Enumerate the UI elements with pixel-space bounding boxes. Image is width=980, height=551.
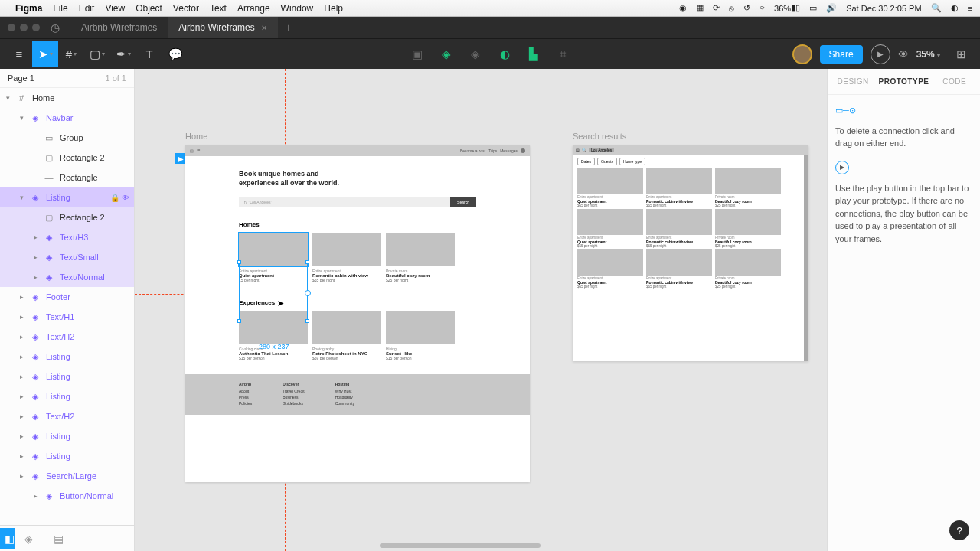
menu-arrange[interactable]: Arrange <box>237 3 270 14</box>
layer-row[interactable]: ▸◈Text/H3 <box>0 227 134 247</box>
user-avatar[interactable] <box>792 44 812 64</box>
section-heading-homes: Homes <box>239 221 476 228</box>
result-card: Entire apartmentQuiet apartment$65 per n… <box>577 168 643 207</box>
layers-tab-icon[interactable]: ◧ <box>0 528 15 549</box>
layer-row[interactable]: ▸◈Text/Small <box>0 247 134 267</box>
view-settings-icon[interactable]: 👁 <box>898 48 909 60</box>
play-icon: ▶ <box>835 161 849 174</box>
status-icon[interactable]: ⎋ <box>729 4 734 13</box>
wireframe-footer: AirbnbAboutPressPolicies DiscoverTravel … <box>185 374 530 415</box>
tab-prototype[interactable]: PROTOTYPE <box>878 69 929 94</box>
menu-view[interactable]: View <box>105 3 125 14</box>
share-button[interactable]: Share <box>820 45 863 64</box>
display-icon[interactable]: ▭ <box>809 3 817 13</box>
frame-label[interactable]: Search results <box>573 132 626 141</box>
search-bar: Try "Los Angeles" Search <box>239 197 476 207</box>
result-card: Entire apartmentRomantic cabin with view… <box>646 168 712 207</box>
layer-row[interactable]: ▸◈Listing <box>0 347 134 367</box>
menu-help[interactable]: Help <box>324 3 343 14</box>
layer-row[interactable]: ▸◈Listing <box>0 446 134 466</box>
comment-tool[interactable]: 💬 <box>162 41 188 67</box>
canvas-scrollbar[interactable] <box>380 543 541 548</box>
hero-heading: Book unique homes and experiences all ov… <box>185 156 530 192</box>
canvas[interactable]: ▶ Home ▤☰ Become a host Trips Messages B… <box>135 69 827 551</box>
boolean-icon[interactable]: ◐ <box>494 44 515 65</box>
play-button[interactable]: ▶ <box>871 44 890 64</box>
add-tab-button[interactable]: + <box>278 21 299 34</box>
zoom-level[interactable]: 35% ▾ <box>916 49 940 60</box>
result-card: Private roomBeautiful cozy room$25 per n… <box>715 209 781 248</box>
menu-edit[interactable]: Edit <box>79 3 95 14</box>
layer-row[interactable]: ▸◈Listing <box>0 426 134 446</box>
menu-file[interactable]: File <box>53 3 67 14</box>
tab-code[interactable]: CODE <box>929 69 980 94</box>
scrollbar[interactable] <box>804 155 808 361</box>
close-icon[interactable]: ✕ <box>261 24 267 32</box>
layer-row[interactable]: ▸◈Listing <box>0 367 134 386</box>
menu-window[interactable]: Window <box>281 3 314 14</box>
component-icon[interactable]: ▣ <box>407 44 428 65</box>
layer-row[interactable]: ▸◈Text/Normal <box>0 267 134 287</box>
layer-row[interactable]: ▾◈Listing🔒 👁 <box>0 187 134 207</box>
pen-tool[interactable]: ✒▾ <box>110 41 136 67</box>
menu-text[interactable]: Text <box>210 3 227 14</box>
union-icon[interactable]: ▙ <box>523 44 544 65</box>
instance-icon[interactable]: ◈ <box>436 44 457 65</box>
layer-row[interactable]: ▢Rectangle 2 <box>0 207 134 227</box>
tab-design[interactable]: DESIGN <box>828 69 878 94</box>
prototype-node[interactable] <box>305 290 311 296</box>
crop-icon[interactable]: ⌗ <box>552 44 573 65</box>
window-controls[interactable] <box>8 24 40 31</box>
clock[interactable]: Sat Dec 30 2:05 PM <box>846 4 921 13</box>
tab-active[interactable]: Airbnb Wireframes✕ <box>168 17 277 38</box>
listing-card: Entire apartmentRomantic cabin with view… <box>312 233 381 282</box>
layer-row[interactable]: ▸◈Button/Normal <box>0 486 134 506</box>
page-count: 1 of 1 <box>105 73 126 83</box>
layer-row[interactable]: ▸◈Footer <box>0 287 134 307</box>
history-icon[interactable]: ◷ <box>51 21 60 34</box>
library-icon[interactable]: ▤ <box>54 533 69 545</box>
frame-tool[interactable]: #▾ <box>58 41 84 67</box>
page-name[interactable]: Page 1 <box>8 73 34 83</box>
layer-row[interactable]: ▸◈Text/H1 <box>0 307 134 327</box>
status-icon[interactable]: ▦ <box>696 3 704 13</box>
help-button[interactable]: ? <box>949 520 969 540</box>
wifi-icon[interactable]: ⌔ <box>760 4 765 13</box>
move-tool[interactable]: ➤▾ <box>32 41 58 67</box>
status-icon[interactable]: ↺ <box>743 3 750 13</box>
tab-inactive[interactable]: Airbnb Wireframes <box>70 17 168 38</box>
status-icon[interactable]: ◉ <box>679 3 687 13</box>
frame-search-results[interactable]: Search results ▤🔍Los Angeles Dates Guest… <box>573 145 808 361</box>
layer-row[interactable]: ▭Group <box>0 128 134 148</box>
layer-row[interactable]: ▾◈Navbar <box>0 108 134 128</box>
pixel-grid-icon[interactable]: ⊞ <box>948 41 974 67</box>
selection-box[interactable] <box>239 262 308 321</box>
volume-icon[interactable]: 🔊 <box>826 3 837 13</box>
siri-icon[interactable]: ◐ <box>951 3 959 13</box>
shape-tool[interactable]: ▢▾ <box>84 41 110 67</box>
layers-panel: Page 1 1 of 1 ▾#Home▾◈Navbar▭Group▢Recta… <box>0 69 135 551</box>
spotlight-icon[interactable]: 🔍 <box>931 3 942 13</box>
layer-row[interactable]: ▸◈Text/H2 <box>0 406 134 426</box>
layer-row[interactable]: ▸◈Text/H2 <box>0 327 134 347</box>
layer-row[interactable]: ▸◈Search/Large <box>0 466 134 486</box>
menu-vector[interactable]: Vector <box>173 3 199 14</box>
assets-tab-icon[interactable]: ◈ <box>24 533 40 545</box>
menu-object[interactable]: Object <box>136 3 162 14</box>
layer-row[interactable]: ▢Rectangle 2 <box>0 148 134 168</box>
notification-icon[interactable]: ≡ <box>968 4 972 13</box>
frame-home[interactable]: Home ▤☰ Become a host Trips Messages Boo… <box>185 145 530 482</box>
app-name[interactable]: Figma <box>15 3 42 14</box>
menu-button[interactable]: ≡ <box>6 41 32 67</box>
result-card: Entire apartmentQuiet apartment$65 per n… <box>577 209 643 248</box>
mask-icon[interactable]: ◈ <box>465 44 486 65</box>
status-icon[interactable]: ⟳ <box>713 3 720 13</box>
layer-row[interactable]: —Rectangle <box>0 168 134 187</box>
result-card: Private roomBeautiful cozy room$25 per n… <box>715 249 781 289</box>
layer-row[interactable]: ▸◈Listing <box>0 386 134 406</box>
layer-row[interactable]: ▾#Home <box>0 88 134 108</box>
filter-pills: Dates Guests Home type <box>573 155 808 168</box>
text-tool[interactable]: T <box>136 41 162 67</box>
frame-label[interactable]: Home <box>185 132 207 141</box>
battery-status[interactable]: 36% ▮▯ <box>774 3 800 13</box>
